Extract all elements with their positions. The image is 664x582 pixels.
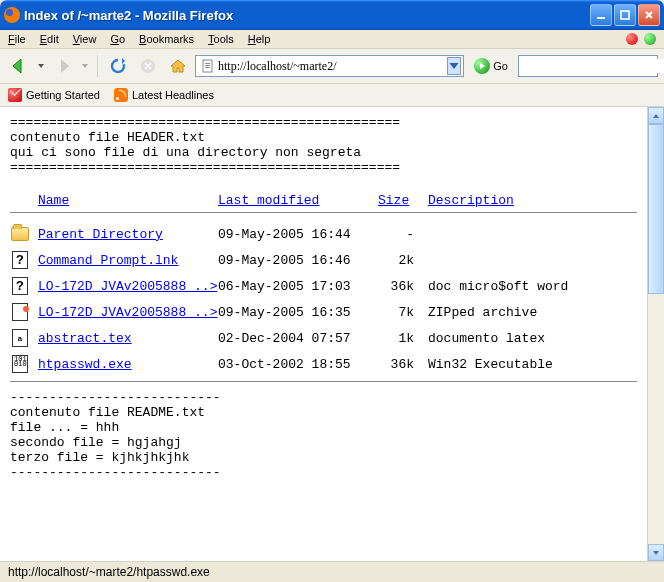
bookmarks-toolbar: Getting Started Latest Headlines xyxy=(0,84,664,107)
col-description[interactable]: Description xyxy=(428,193,514,208)
back-button[interactable] xyxy=(6,53,32,79)
maximize-button[interactable] xyxy=(614,4,636,26)
file-date: 06-May-2005 17:03 xyxy=(218,279,378,294)
file-size: 1k xyxy=(378,331,428,346)
file-link[interactable]: htpasswd.exe xyxy=(38,357,132,372)
stop-button[interactable] xyxy=(135,53,161,79)
svg-rect-0 xyxy=(597,17,605,19)
forward-dropdown[interactable] xyxy=(80,62,90,70)
file-link[interactable]: Parent Directory xyxy=(38,227,163,242)
file-date: 03-Oct-2002 18:55 xyxy=(218,357,378,372)
go-label: Go xyxy=(493,60,508,72)
forward-button[interactable] xyxy=(50,53,76,79)
bookmark-label: Latest Headlines xyxy=(132,89,214,101)
throbber-go-icon[interactable] xyxy=(644,33,656,45)
file-row: ?Command Prompt.lnk09-May-2005 16:462k xyxy=(10,247,637,273)
menu-help[interactable]: Help xyxy=(248,33,271,45)
file-row: ?LO-172D JVAv2005888 ..>06-May-2005 17:0… xyxy=(10,273,637,299)
throbber-stop-icon[interactable] xyxy=(626,33,638,45)
minimize-button[interactable] xyxy=(590,4,612,26)
vertical-scrollbar[interactable] xyxy=(647,107,664,561)
bookmark-getting-started[interactable]: Getting Started xyxy=(8,88,100,102)
menu-go[interactable]: Go xyxy=(110,33,125,45)
page-content: ========================================… xyxy=(0,107,647,561)
go-icon xyxy=(474,58,490,74)
svg-rect-1 xyxy=(621,11,629,19)
search-input[interactable] xyxy=(526,59,664,73)
file-date: 09-May-2005 16:44 xyxy=(218,227,378,242)
svg-rect-5 xyxy=(205,65,210,66)
menu-tools[interactable]: Tools xyxy=(208,33,234,45)
go-button[interactable]: Go xyxy=(474,58,508,74)
file-date: 09-May-2005 16:46 xyxy=(218,253,378,268)
file-link[interactable]: LO-172D JVAv2005888 ..> xyxy=(38,279,217,294)
rule xyxy=(10,212,637,213)
file-unknown-icon: ? xyxy=(10,250,30,270)
reload-button[interactable] xyxy=(105,53,131,79)
firefox-icon xyxy=(4,7,20,23)
menu-view[interactable]: View xyxy=(73,33,97,45)
window-title: Index of /~marte2 - Mozilla Firefox xyxy=(24,8,590,23)
file-size: 36k xyxy=(378,357,428,372)
file-size: 7k xyxy=(378,305,428,320)
file-folder-icon xyxy=(10,224,30,244)
menu-bookmarks[interactable]: Bookmarks xyxy=(139,33,194,45)
bookmark-latest-headlines[interactable]: Latest Headlines xyxy=(114,88,214,102)
search-box[interactable] xyxy=(518,55,658,77)
bookmark-label: Getting Started xyxy=(26,89,100,101)
rule xyxy=(10,381,637,382)
toolbar-separator xyxy=(97,55,98,77)
file-size: 36k xyxy=(378,279,428,294)
window-titlebar: Index of /~marte2 - Mozilla Firefox xyxy=(0,0,664,30)
url-input[interactable] xyxy=(218,59,447,74)
file-zip-icon xyxy=(10,302,30,322)
back-dropdown[interactable] xyxy=(36,62,46,70)
file-row: Parent Directory09-May-2005 16:44- xyxy=(10,221,637,247)
file-link[interactable]: abstract.tex xyxy=(38,331,132,346)
svg-rect-4 xyxy=(205,63,210,64)
bookmark-icon xyxy=(8,88,22,102)
page-icon xyxy=(201,59,215,73)
url-bar[interactable] xyxy=(195,55,464,77)
col-name[interactable]: Name xyxy=(38,193,69,208)
close-button[interactable] xyxy=(638,4,660,26)
status-text: http://localhost/~marte2/htpasswd.exe xyxy=(8,565,210,579)
file-description: ZIPped archive xyxy=(428,305,537,320)
file-size: 2k xyxy=(378,253,428,268)
file-tex-icon: a xyxy=(10,328,30,348)
file-link[interactable]: LO-172D JVAv2005888 ..> xyxy=(38,305,217,320)
header-text: ========================================… xyxy=(10,115,637,175)
file-date: 09-May-2005 16:35 xyxy=(218,305,378,320)
file-row: LO-172D JVAv2005888 ..>09-May-2005 16:35… xyxy=(10,299,637,325)
scroll-thumb[interactable] xyxy=(648,124,664,294)
home-button[interactable] xyxy=(165,53,191,79)
file-row: aabstract.tex02-Dec-2004 07:571kdocument… xyxy=(10,325,637,351)
menu-edit[interactable]: Edit xyxy=(40,33,59,45)
menu-bar: File Edit View Go Bookmarks Tools Help xyxy=(0,30,664,49)
scroll-track[interactable] xyxy=(648,294,664,544)
file-exe-icon: 101010 xyxy=(10,354,30,374)
nav-toolbar: Go xyxy=(0,49,664,84)
col-size[interactable]: Size xyxy=(378,193,409,208)
file-description: Win32 Executable xyxy=(428,357,553,372)
file-size: - xyxy=(378,227,428,242)
scroll-down-button[interactable] xyxy=(648,544,664,561)
file-link[interactable]: Command Prompt.lnk xyxy=(38,253,178,268)
url-dropdown[interactable] xyxy=(447,57,461,75)
file-description: doc micro$oft word xyxy=(428,279,568,294)
readme-text: --------------------------- contenuto fi… xyxy=(10,390,637,480)
status-bar: http://localhost/~marte2/htpasswd.exe xyxy=(0,561,664,582)
svg-rect-6 xyxy=(205,67,210,68)
menu-file[interactable]: File xyxy=(8,33,26,45)
feed-icon xyxy=(114,88,128,102)
file-unknown-icon: ? xyxy=(10,276,30,296)
scroll-up-button[interactable] xyxy=(648,107,664,124)
file-row: 101010htpasswd.exe03-Oct-2002 18:5536kWi… xyxy=(10,351,637,377)
file-date: 02-Dec-2004 07:57 xyxy=(218,331,378,346)
col-modified[interactable]: Last modified xyxy=(218,193,319,208)
file-description: documento latex xyxy=(428,331,545,346)
